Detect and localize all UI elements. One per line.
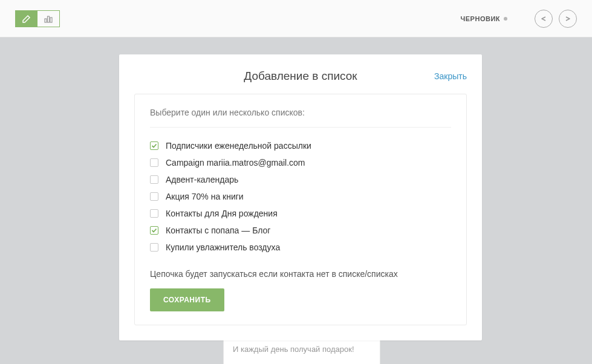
modal-note: Цепочка будет запускаться если контакта … [150, 269, 451, 279]
list-checklist: Подписчики еженедельной рассылкиCampaign… [150, 137, 451, 256]
list-item[interactable]: Контакты для Дня рождения [150, 205, 451, 222]
svg-rect-1 [48, 16, 50, 22]
check-icon [151, 143, 157, 149]
list-item[interactable]: Акция 70% на книги [150, 188, 451, 205]
redo-button[interactable] [559, 10, 577, 28]
status-dot-icon [504, 17, 507, 21]
checkbox-label: Купили увлажнитель воздуха [166, 242, 280, 252]
modal-header: Добавление в список Закрыть [119, 54, 482, 94]
add-to-list-modal: Добавление в список Закрыть Выберите оди… [119, 54, 482, 340]
checkbox[interactable] [150, 141, 158, 150]
redo-icon [564, 15, 572, 23]
list-item[interactable]: Контакты с попапа — Блог [150, 222, 451, 239]
list-item[interactable]: Адвент-календарь [150, 171, 451, 188]
modal-subtitle: Выберите один или несколько списков: [150, 108, 451, 128]
list-item[interactable]: Подписчики еженедельной рассылки [150, 137, 451, 154]
list-item[interactable]: Купили увлажнитель воздуха [150, 239, 451, 256]
svg-rect-2 [50, 18, 52, 22]
status-label: ЧЕРНОВИК [461, 15, 500, 22]
svg-rect-0 [45, 19, 47, 22]
checkbox-label: Адвент-календарь [166, 175, 238, 184]
topbar: ЧЕРНОВИК [0, 0, 592, 37]
undo-button[interactable] [535, 10, 553, 28]
checkbox[interactable] [150, 175, 158, 184]
undo-icon [539, 15, 548, 23]
mode-toggle [15, 10, 60, 27]
checkbox[interactable] [150, 158, 158, 167]
checkbox-label: Контакты для Дня рождения [166, 209, 278, 218]
modal-title: Добавление в список [244, 70, 357, 83]
checkbox[interactable] [150, 226, 158, 235]
list-item[interactable]: Campaign mariia.matros@gmail.com [150, 154, 451, 171]
bar-chart-icon [44, 14, 53, 24]
stats-mode-tab[interactable] [37, 11, 59, 27]
checkbox[interactable] [150, 192, 158, 201]
checkbox[interactable] [150, 243, 158, 252]
checkbox-label: Контакты с попапа — Блог [166, 226, 270, 235]
modal-body: Выберите один или несколько списков: Под… [134, 94, 467, 325]
checkbox-label: Campaign mariia.matros@gmail.com [166, 158, 305, 167]
close-button[interactable]: Закрыть [434, 71, 467, 81]
checkbox-label: Акция 70% на книги [166, 192, 244, 201]
background-card-text: И каждый день получай подарок! [233, 345, 354, 354]
pencil-icon [22, 14, 31, 24]
save-button[interactable]: СОХРАНИТЬ [150, 288, 224, 311]
checkbox-label: Подписчики еженедельной рассылки [166, 141, 311, 151]
checkbox[interactable] [150, 209, 158, 218]
check-icon [151, 227, 157, 233]
edit-mode-tab[interactable] [16, 11, 37, 27]
